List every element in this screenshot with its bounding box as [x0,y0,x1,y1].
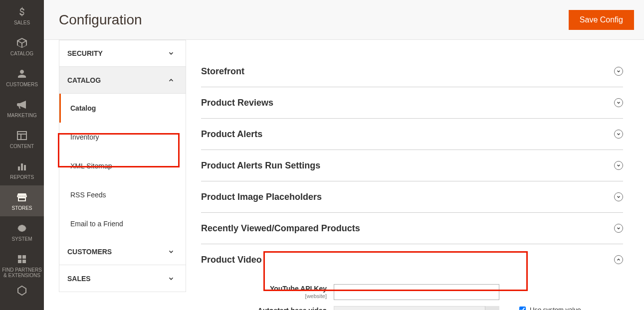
sub-rss-feeds[interactable]: RSS Feeds [59,180,186,209]
expand-icon [614,98,623,107]
nav-label: SALES [14,20,30,25]
bars-icon [16,160,28,172]
nav-extra[interactable] [0,284,44,299]
acc-product-video[interactable]: Product Video [201,244,623,275]
catalog-sub-list: Catalog Inventory XML Sitemap RSS Feeds … [59,94,186,238]
sub-label: RSS Feeds [70,191,106,199]
acc-title: Product Alerts [201,129,262,140]
youtube-key-scope: [website] [201,293,327,299]
autostart-select[interactable]: No [334,306,499,310]
sub-label: XML Sitemap [70,162,112,170]
product-video-body: YouTube API Key [website] Autostart base… [201,275,623,310]
tab-label: SALES [67,275,91,283]
svg-rect-9 [22,260,26,263]
tab-security[interactable]: SECURITY [59,40,186,67]
admin-nav-rail: SALES CATALOG CUSTOMERS MARKETING CONTEN… [0,0,44,310]
config-body: SECURITY CATALOG Catalog Inventory XML S… [44,40,644,310]
svg-rect-5 [24,165,26,170]
tab-sales[interactable]: SALES [59,265,186,292]
nav-customers[interactable]: CUSTOMERS [0,62,44,93]
row-autostart: Autostart base video [store view] No Use… [201,306,623,310]
nav-label: MARKETING [7,113,36,118]
sub-email-friend[interactable]: Email to a Friend [59,209,186,238]
nav-label: CUSTOMERS [6,82,38,87]
nav-catalog[interactable]: CATALOG [0,31,44,62]
gear-icon [16,222,28,234]
acc-title: Product Reviews [201,98,273,108]
sub-catalog[interactable]: Catalog [59,94,186,123]
nav-sales[interactable]: SALES [0,0,44,31]
nav-system[interactable]: SYSTEM [0,216,44,247]
layout-icon [16,130,28,142]
sub-label: Inventory [70,133,99,141]
nav-label: SYSTEM [11,236,32,242]
nav-stores[interactable]: STORES [0,185,44,216]
sub-label: Catalog [70,104,96,112]
chevron-up-icon [168,77,175,84]
use-system-checkbox[interactable] [519,307,526,310]
tab-label: SECURITY [67,49,103,57]
cube-icon [16,37,28,49]
person-icon [16,68,28,80]
autostart-label: Autostart base video [258,307,327,310]
svg-rect-7 [22,255,26,259]
config-sidebar: SECURITY CATALOG Catalog Inventory XML S… [44,40,186,310]
sub-inventory[interactable]: Inventory [59,123,186,152]
sub-xml-sitemap[interactable]: XML Sitemap [59,152,186,180]
storefront-icon [16,191,28,203]
page-title: Configuration [59,12,142,28]
acc-title: Product Alerts Run Settings [201,160,320,171]
save-config-button[interactable]: Save Config [569,10,634,30]
dollar-icon [16,6,28,18]
tab-customers[interactable]: CUSTOMERS [59,238,186,265]
svg-marker-10 [18,286,26,295]
nav-label: CATALOG [10,51,33,56]
sub-label: Email to a Friend [70,220,123,228]
youtube-key-label: YouTube API Key [270,285,327,293]
svg-rect-4 [21,163,23,170]
youtube-key-input[interactable] [334,284,499,300]
blocks-icon [16,253,28,265]
svg-rect-0 [17,132,26,140]
chevron-down-icon [168,248,175,255]
tab-catalog[interactable]: CATALOG [59,67,186,94]
acc-title: Product Image Placeholders [201,192,322,202]
megaphone-icon [16,99,28,111]
acc-product-reviews[interactable]: Product Reviews [201,87,623,118]
acc-product-image-ph[interactable]: Product Image Placeholders [201,181,623,212]
svg-rect-6 [18,255,21,259]
tab-label: CATALOG [67,76,101,84]
acc-title: Recently Viewed/Compared Products [201,223,360,234]
acc-title: Product Video [201,255,262,265]
config-main: Storefront Product Reviews Product Alert… [186,40,644,310]
use-system-label: Use system value [530,306,581,310]
collapse-icon [614,255,623,264]
nav-label: CONTENT [10,144,34,149]
expand-icon [614,192,623,201]
acc-title: Storefront [201,66,244,77]
acc-recently-viewed[interactable]: Recently Viewed/Compared Products [201,213,623,244]
row-youtube-key: YouTube API Key [website] [201,284,623,300]
expand-icon [614,161,623,170]
expand-icon [614,130,623,139]
svg-rect-3 [18,166,20,170]
tab-label: CUSTOMERS [67,248,112,256]
nav-label: STORES [12,205,32,211]
acc-product-alerts-run[interactable]: Product Alerts Run Settings [201,150,623,181]
acc-product-alerts[interactable]: Product Alerts [201,119,623,150]
chevron-down-icon [168,275,175,282]
nav-content[interactable]: CONTENT [0,124,44,155]
nav-partners[interactable]: FIND PARTNERS & EXTENSIONS [0,247,44,284]
hex-icon [16,285,28,297]
nav-label: REPORTS [10,174,34,180]
nav-label: FIND PARTNERS & EXTENSIONS [0,267,44,278]
page-header: Configuration Save Config [44,0,644,40]
expand-icon [614,67,623,76]
nav-reports[interactable]: REPORTS [0,155,44,185]
expand-icon [614,224,623,233]
svg-rect-8 [18,260,21,263]
nav-marketing[interactable]: MARKETING [0,93,44,124]
acc-storefront[interactable]: Storefront [201,56,623,87]
chevron-down-icon [168,50,175,57]
